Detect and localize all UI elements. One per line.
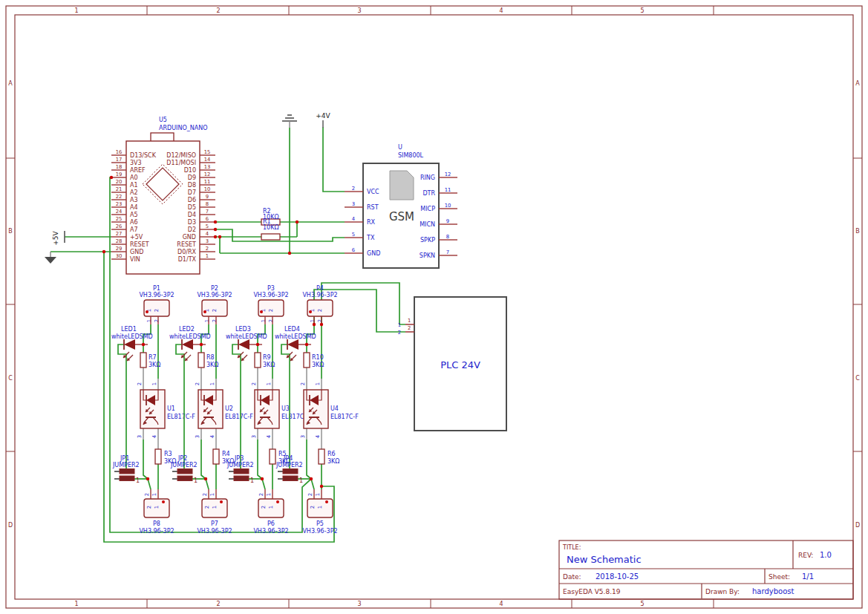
- pin-name: RESET: [130, 241, 149, 248]
- pin-name: A4: [130, 204, 138, 211]
- led-value: whiteLEDSMD: [226, 333, 267, 340]
- pin-number: 4: [315, 435, 321, 438]
- pin-name: VCC: [367, 189, 379, 195]
- resistor-body[interactable]: [140, 353, 146, 368]
- junction-dot: [146, 477, 149, 480]
- frame-row-label: B: [8, 228, 13, 235]
- plc-label: PLC 24V: [440, 359, 480, 370]
- wire-4v-vcc[interactable]: [323, 127, 345, 192]
- pin-number: 8: [206, 201, 209, 207]
- jumper-value: JUMPER2: [170, 462, 198, 468]
- pin-number: 1: [194, 477, 198, 484]
- connector-p5[interactable]: 2121P5VH3.96-3P2: [302, 493, 337, 535]
- wire[interactable]: [307, 440, 311, 479]
- pin-name: D8: [188, 182, 196, 189]
- optocoupler-u1[interactable]: 2134U1EL817C-F: [137, 382, 195, 438]
- wire[interactable]: [118, 344, 126, 469]
- optocoupler-u4[interactable]: 2134U4EL817C-F: [300, 382, 359, 438]
- wire[interactable]: [201, 440, 206, 479]
- led-value: whiteLEDSMD: [111, 333, 153, 340]
- frame-row-label: B: [855, 228, 860, 235]
- optocoupler-u2[interactable]: 2134U2EL817C-F: [195, 382, 253, 438]
- pin-name: D5: [188, 204, 196, 211]
- pin-name: RX: [367, 219, 376, 226]
- resistor-body[interactable]: [261, 234, 280, 240]
- power-flag-5v[interactable]: +5V: [52, 230, 65, 245]
- connector-value: VH3.96-3P2: [253, 292, 288, 298]
- wire[interactable]: [232, 344, 241, 469]
- connector-p3[interactable]: 1212P3VH3.96-3P2: [253, 285, 288, 322]
- connector-p6[interactable]: 2121P6VH3.96-3P2: [253, 493, 288, 535]
- component-plc[interactable]: PLC 24V 1 2 1 2: [398, 297, 506, 431]
- pin-number: 3: [352, 201, 355, 207]
- junction-dot: [320, 485, 323, 488]
- pin-number: 4: [352, 216, 355, 222]
- resistor-body[interactable]: [270, 449, 275, 464]
- opto-ref: U2: [225, 405, 233, 412]
- resistor-body[interactable]: [198, 353, 204, 368]
- pin-number: 4: [209, 435, 215, 438]
- pin-number: 3: [300, 435, 306, 438]
- pin-name: D0/RX: [177, 249, 197, 255]
- jumper-ref: JP3: [234, 455, 244, 462]
- pin-number: 2: [144, 493, 150, 496]
- resistor-r6[interactable]: R63KΩ: [319, 449, 339, 465]
- connector-body[interactable]: [258, 300, 284, 316]
- resistor-body[interactable]: [155, 449, 161, 464]
- pin-number: 29: [116, 246, 123, 252]
- connector-value: VH3.96-3P2: [197, 528, 232, 535]
- drawn-by-value: hardyboost: [752, 587, 794, 595]
- pin-name: D11/MOSI: [166, 160, 196, 166]
- pin-name: AREF: [130, 167, 146, 174]
- connector-ref: P6: [267, 520, 275, 527]
- pin-number: 1: [146, 319, 152, 322]
- connector-p2[interactable]: 1212P2VH3.96-3P2: [197, 285, 232, 322]
- power-flag-4v[interactable]: +4V: [316, 112, 330, 128]
- resistor-body[interactable]: [255, 353, 261, 368]
- triangle-ground-icon[interactable]: [45, 252, 56, 264]
- component-sim800l[interactable]: U SIM800L GSM 2VCC3RST4RX5TX6GND12RING11…: [345, 144, 457, 268]
- resistor-r10[interactable]: R103KΩ: [304, 353, 324, 368]
- led-triangle-icon: [287, 339, 298, 350]
- connector-body[interactable]: [144, 300, 169, 316]
- earth-ground-icon[interactable]: [282, 115, 297, 128]
- connector-ref: P2: [211, 285, 218, 292]
- pin-name: D4: [188, 212, 196, 218]
- pin-name: RESET: [177, 241, 196, 248]
- power-label: +4V: [316, 112, 330, 120]
- pin-name: MICN: [420, 221, 435, 228]
- led-ref: LED4: [284, 326, 300, 333]
- resistor-body[interactable]: [213, 449, 219, 464]
- pin-number: 1: [151, 493, 157, 496]
- resistor-ref: R6: [327, 451, 336, 457]
- resistor-body[interactable]: [319, 449, 324, 464]
- pin-number: 1: [266, 382, 272, 385]
- connector-body[interactable]: [307, 300, 333, 316]
- pin-number: 1: [206, 253, 209, 259]
- opto-ref: U1: [167, 405, 175, 412]
- jumper-jp1[interactable]: JP1JUMPER21: [112, 455, 140, 484]
- pin-name: A6: [130, 219, 138, 226]
- pin-name: D9: [188, 174, 196, 181]
- optocoupler-u3[interactable]: 2134U3EL817C-F: [251, 382, 310, 438]
- pin-number: 20: [116, 179, 123, 185]
- frame-column-label: 3: [357, 601, 361, 607]
- connector-p8[interactable]: 2121P8VH3.96-3P2: [139, 493, 174, 535]
- connector-p1[interactable]: 1212P1VH3.96-3P2: [139, 285, 174, 322]
- channel-3: 1212P3VH3.96-3P2LED3whiteLEDSMDR93KΩ2134…: [226, 285, 310, 535]
- connector-body[interactable]: [202, 300, 227, 316]
- frame-column-label: 4: [499, 601, 503, 607]
- connector-ref: P8: [153, 520, 160, 527]
- wire[interactable]: [176, 344, 184, 469]
- wire[interactable]: [258, 440, 262, 479]
- wire[interactable]: [143, 440, 148, 479]
- component-arduino-nano[interactable]: U5 ARDUINO_NANO 16D13/SCK173V318AREF19A0…: [111, 117, 215, 274]
- pin-number: 7: [446, 249, 449, 255]
- pin-name: D12/MISO: [166, 152, 196, 159]
- resistor-body[interactable]: [304, 353, 310, 368]
- connector-p7[interactable]: 2121P7VH3.96-3P2: [197, 493, 232, 535]
- connector-p4[interactable]: 1212P4VH3.96-3P2: [302, 285, 337, 322]
- led-value: whiteLEDSMD: [275, 333, 316, 340]
- resistor-value: 3KΩ: [327, 458, 339, 465]
- pin-number: 9: [446, 218, 449, 224]
